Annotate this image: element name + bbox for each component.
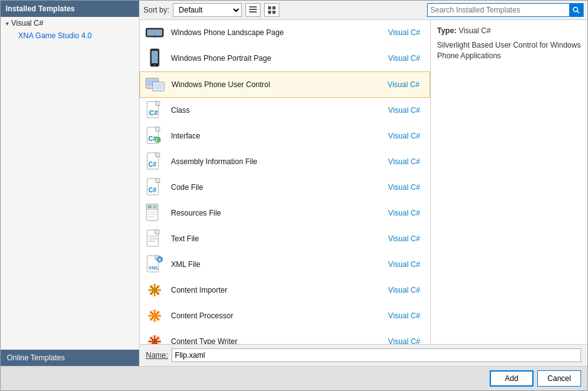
svg-point-67: [152, 313, 157, 318]
view-grid-button[interactable]: [264, 3, 279, 17]
template-icon: C#: [145, 152, 165, 172]
template-item[interactable]: Resources FileVisual C#: [140, 201, 430, 226]
template-name: Windows Phone Portrait Page: [171, 54, 388, 63]
template-list: Windows Phone Landscape PageVisual C# Wi…: [140, 20, 430, 344]
template-name: Assembly Information File: [171, 157, 388, 166]
footer: Add Cancel: [1, 366, 587, 390]
sort-dropdown[interactable]: Default: [173, 3, 242, 17]
template-item[interactable]: Windows Phone User ControlVisual C#: [140, 71, 430, 98]
template-lang: Visual C#: [388, 80, 420, 89]
template-item[interactable]: C# ClassVisual C#: [140, 98, 430, 123]
svg-rect-46: [155, 230, 159, 234]
template-item[interactable]: Windows Phone Portrait PageVisual C#: [140, 46, 430, 71]
sidebar-item-label: Visual C#: [11, 19, 43, 28]
template-icon: C#: [145, 177, 165, 197]
svg-rect-35: [156, 179, 160, 182]
template-item[interactable]: C# Assembly Information FileVisual C#: [140, 149, 430, 175]
info-type: Type: Visual C#: [437, 26, 581, 35]
toolbar: Sort by: Default: [140, 1, 587, 20]
info-type-value: Visual C#: [458, 26, 490, 35]
add-button[interactable]: Add: [490, 370, 534, 387]
svg-rect-0: [249, 6, 257, 8]
svg-rect-4: [272, 6, 276, 9]
template-item[interactable]: Windows Phone Landscape PageVisual C#: [140, 20, 430, 46]
svg-rect-39: [148, 206, 152, 208]
svg-rect-5: [268, 11, 271, 14]
template-icon: [145, 75, 165, 95]
sidebar-item-visual-csharp[interactable]: ▾ Visual C#: [1, 17, 139, 29]
template-lang: Visual C#: [388, 260, 420, 269]
template-icon: XML X: [145, 254, 165, 274]
svg-point-7: [574, 8, 578, 12]
info-type-label: Type:: [437, 26, 456, 35]
svg-rect-25: [156, 127, 160, 131]
svg-rect-18: [154, 83, 163, 90]
template-icon: [145, 23, 165, 43]
template-item[interactable]: Content ProcessorVisual C#: [140, 303, 430, 329]
template-icon: C# I: [145, 126, 165, 146]
template-item[interactable]: Text FileVisual C#: [140, 226, 430, 252]
sidebar-online-templates[interactable]: Online Templates: [1, 350, 139, 366]
template-list-container: Windows Phone Landscape PageVisual C# Wi…: [140, 20, 431, 344]
svg-point-11: [154, 37, 155, 38]
sidebar-item-xna[interactable]: XNA Game Studio 4.0: [1, 29, 139, 42]
name-input[interactable]: [172, 348, 581, 362]
template-lang: Visual C#: [388, 234, 420, 243]
template-item[interactable]: Content ImporterVisual C#: [140, 278, 430, 303]
template-lang: Visual C#: [388, 157, 420, 166]
template-icon: [145, 203, 165, 223]
svg-rect-21: [156, 102, 160, 105]
template-icon: [145, 280, 165, 300]
template-name: Content Type Writer: [171, 337, 388, 344]
sidebar-title: Installed Templates: [1, 1, 139, 17]
template-name: Resources File: [171, 209, 388, 217]
template-icon: [145, 306, 165, 326]
content-area: Windows Phone Landscape PageVisual C# Wi…: [140, 20, 587, 344]
bottom-bar: Name:: [140, 344, 587, 366]
template-name: Windows Phone User Control: [172, 80, 388, 89]
svg-text:I: I: [156, 137, 157, 143]
template-item[interactable]: Content Type WriterVisual C#: [140, 329, 430, 344]
template-lang: Visual C#: [388, 183, 420, 192]
svg-line-8: [577, 11, 580, 14]
template-name: Class: [171, 106, 388, 115]
template-name: Content Processor: [171, 311, 388, 320]
template-name: Text File: [171, 234, 388, 243]
template-name: Interface: [171, 132, 388, 140]
template-item[interactable]: C# I InterfaceVisual C#: [140, 123, 430, 149]
template-lang: Visual C#: [388, 209, 420, 217]
cancel-button[interactable]: Cancel: [537, 370, 581, 387]
sidebar-item-label: XNA Game Studio 4.0: [18, 31, 91, 40]
svg-text:X: X: [158, 257, 162, 263]
svg-rect-13: [152, 51, 158, 63]
info-description: Silverlight Based User Control for Windo…: [437, 40, 581, 61]
svg-text:C#: C#: [148, 187, 157, 194]
svg-text:XML: XML: [148, 265, 159, 271]
svg-rect-10: [147, 29, 162, 36]
template-item[interactable]: XML X XML FileVisual C#: [140, 252, 430, 278]
svg-rect-2: [249, 11, 257, 13]
svg-rect-6: [272, 11, 276, 14]
search-box[interactable]: [427, 3, 584, 17]
template-lang: Visual C#: [388, 311, 420, 320]
svg-rect-1: [249, 9, 257, 10]
list-view-icon: [249, 6, 257, 14]
dialog: Installed Templates ▾ Visual C# XNA Game…: [0, 0, 588, 391]
right-panel: Sort by: Default: [140, 1, 587, 366]
template-item[interactable]: C# Code FileVisual C#: [140, 175, 430, 201]
template-name: XML File: [171, 260, 388, 269]
template-icon: [145, 331, 165, 344]
search-input[interactable]: [428, 4, 569, 16]
template-icon: [145, 48, 165, 68]
svg-text:C#: C#: [149, 109, 158, 117]
dialog-main: Installed Templates ▾ Visual C# XNA Game…: [1, 1, 587, 366]
template-lang: Visual C#: [388, 337, 420, 344]
search-button[interactable]: [569, 4, 583, 16]
svg-rect-40: [153, 206, 157, 208]
template-icon: C#: [145, 100, 165, 120]
template-icon: [145, 229, 165, 249]
template-lang: Visual C#: [388, 28, 420, 37]
info-panel: Type: Visual C# Silverlight Based User C…: [431, 20, 587, 344]
view-list-button[interactable]: [245, 3, 260, 17]
template-name: Code File: [171, 183, 388, 192]
